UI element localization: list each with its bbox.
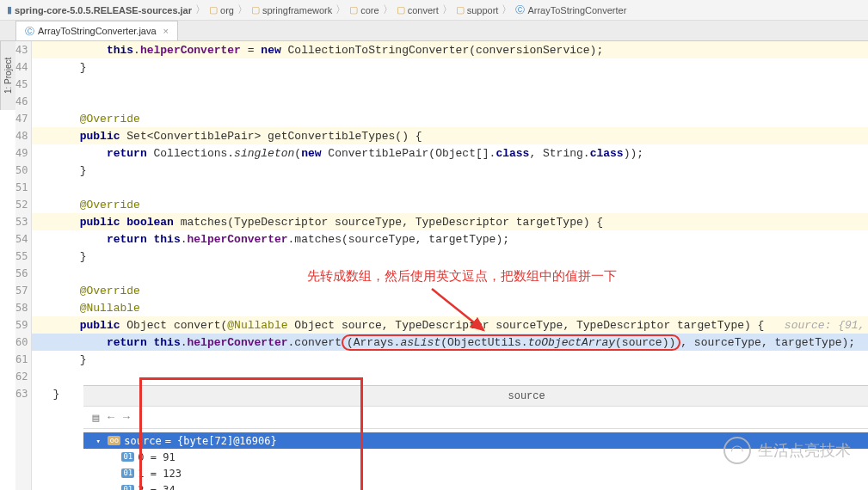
code-line [32, 179, 868, 196]
line-number: 49 [15, 144, 31, 162]
folder-icon: ▢ [397, 4, 405, 15]
breadcrumb-pkg[interactable]: ▢springframework [251, 4, 332, 15]
line-number: 54 [15, 230, 31, 248]
line-number: 60 [15, 334, 31, 351]
line-number: 44 [15, 58, 31, 76]
chevron-icon: 〉 [237, 3, 248, 17]
code-line: @Override [32, 282, 868, 299]
line-number: ●↑@53 [15, 213, 31, 230]
breadcrumb-pkg[interactable]: ▢core [349, 4, 379, 15]
debug-variable-item[interactable]: 011 = 123 [83, 465, 868, 481]
line-number: ●↑@59 [15, 316, 31, 334]
code-line [32, 93, 868, 110]
highlight-box: (Arrays.asList(ObjectUtils.toObjectArray… [342, 334, 680, 351]
code-line: return this.helperConverter.convert(Arra… [32, 334, 868, 351]
line-number: 52 [15, 196, 31, 213]
code-line: public boolean matches(TypeDescriptor so… [32, 213, 868, 230]
code-line: public Object convert(@Nullable Object s… [32, 316, 868, 334]
project-tool-tab[interactable]: 1: Project [0, 41, 15, 110]
line-number: 56 [15, 265, 31, 282]
line-number: 47 [15, 110, 31, 127]
code-line [32, 76, 868, 93]
expand-icon[interactable]: ▾ [95, 437, 104, 445]
index-icon: 01 [121, 485, 134, 490]
tab-label: ArrayToStringConverter.java [38, 26, 157, 36]
editor-tabs: Ⓒ ArrayToStringConverter.java × [0, 21, 868, 41]
jar-icon: ▮ [7, 4, 12, 15]
code-line: @Override [32, 110, 868, 127]
chevron-icon: 〉 [383, 3, 393, 17]
folder-icon: ▢ [251, 4, 260, 15]
line-number: ●↑@48 [15, 127, 31, 144]
code-line: @Override [32, 196, 868, 213]
class-icon: Ⓒ [25, 25, 34, 38]
watermark: ◠ 生活点亮技术 [723, 437, 851, 464]
line-number: 50 [15, 162, 31, 179]
annotation-text: 先转成数组，然后使用英文逗点，把数组中的值拼一下 [307, 268, 617, 285]
line-number: ●↑43 [15, 41, 31, 58]
code-line [32, 368, 868, 385]
code-line: } [32, 58, 868, 76]
chevron-icon: 〉 [195, 3, 206, 17]
folder-icon: ▢ [456, 4, 465, 15]
line-number: 51 [15, 179, 31, 196]
code-line: } [32, 351, 868, 368]
chevron-icon: 〉 [336, 3, 346, 17]
folder-icon: ▢ [209, 4, 218, 15]
line-number: 46 [15, 93, 31, 110]
code-line: this.helperConverter = new CollectionToS… [32, 41, 868, 58]
breadcrumb-pkg[interactable]: ▢org [209, 4, 234, 15]
code-line: } [32, 162, 868, 179]
code-line: return Collections.singleton(new Convert… [32, 144, 868, 162]
index-icon: 01 [121, 452, 134, 462]
folder-icon: ▢ [349, 4, 358, 15]
code-area[interactable]: this.helperConverter = new CollectionToS… [32, 41, 868, 490]
code-line: @Nullable [32, 299, 868, 316]
debug-header: source [83, 386, 868, 407]
line-number: 58 [15, 299, 31, 316]
line-number: 62 [15, 368, 31, 385]
line-number: 45 [15, 76, 31, 93]
code-line: } [32, 248, 868, 265]
chevron-icon: 〉 [442, 3, 452, 17]
forward-icon[interactable]: → [123, 411, 130, 424]
line-number: 55 [15, 248, 31, 265]
code-editor: ●↑43 44 45 46 47 ●↑@48 49 50 51 52 ●↑@53… [15, 41, 868, 490]
debug-toolbar: ▤ ← → [83, 407, 868, 429]
breadcrumb-bar: ▮spring-core-5.0.5.RELEASE-sources.jar 〉… [0, 0, 868, 21]
class-icon: Ⓒ [515, 3, 525, 16]
index-icon: 01 [121, 469, 134, 478]
code-line: return this.helperConverter.matches(sour… [32, 230, 868, 248]
breadcrumb-class[interactable]: ⒸArrayToStringConverter [515, 3, 626, 16]
line-number: 61 [15, 351, 31, 368]
debug-variable-item[interactable]: 012 = 34 [83, 481, 868, 490]
line-gutter: ●↑43 44 45 46 47 ●↑@48 49 50 51 52 ●↑@53… [15, 41, 32, 490]
chevron-icon: 〉 [502, 3, 512, 17]
file-tab[interactable]: Ⓒ ArrayToStringConverter.java × [15, 21, 178, 40]
wechat-icon: ◠ [723, 437, 751, 464]
close-icon[interactable]: × [163, 26, 169, 36]
breadcrumb-pkg[interactable]: ▢support [456, 4, 499, 15]
object-icon: oo [108, 436, 120, 445]
back-icon[interactable]: ← [108, 411, 114, 424]
code-line: public Set<ConvertiblePair> getConvertib… [32, 127, 868, 144]
breadcrumb-jar[interactable]: ▮spring-core-5.0.5.RELEASE-sources.jar [7, 4, 192, 15]
line-number: 57 [15, 282, 31, 299]
line-number: 63 [15, 385, 31, 402]
filter-icon[interactable]: ▤ [92, 411, 99, 425]
breadcrumb-pkg[interactable]: ▢convert [397, 4, 439, 15]
